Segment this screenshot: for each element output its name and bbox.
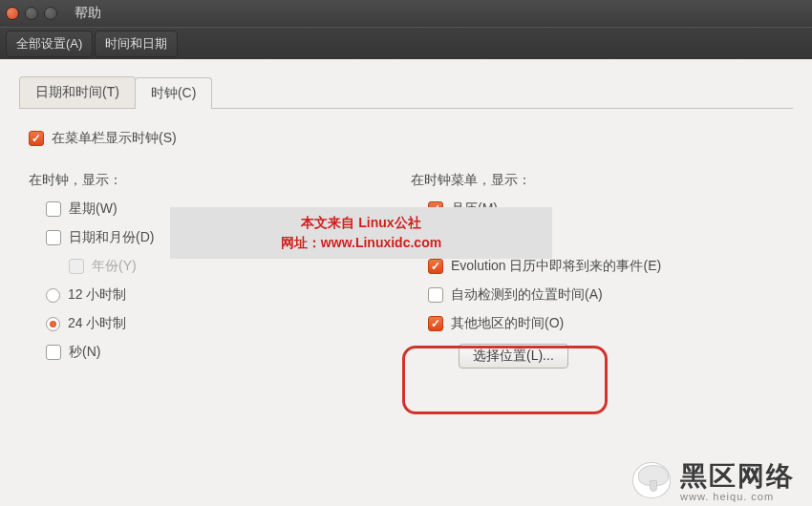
brand-name: 黑区网络 — [680, 458, 795, 495]
label-in-clock-menu-show: 在时钟菜单，显示： — [411, 172, 783, 189]
checkbox-seconds[interactable] — [46, 345, 61, 360]
watermark-line2: 网址：www.Linuxidc.com — [180, 233, 543, 253]
left-column: 在时钟，显示： 星期(W) 日期和月份(D) 年份(Y) 12 小时制 — [29, 158, 411, 380]
label-24hour: 24 小时制 — [68, 315, 126, 332]
tab-bar: 日期和时间(T) 时钟(C) — [19, 76, 793, 109]
branding: 黑区网络 www. heiqu. com — [632, 458, 795, 502]
right-column: 在时钟菜单，显示： 月历(M) 星期(D) Evolution 日历中即将到来的… — [411, 158, 783, 380]
checkbox-show-in-menubar[interactable] — [29, 131, 44, 146]
radio-12hour[interactable] — [46, 288, 60, 303]
label-in-clock-show: 在时钟，显示： — [29, 172, 411, 189]
radio-24hour[interactable] — [46, 317, 60, 331]
checkbox-other-regions[interactable] — [428, 316, 443, 331]
label-auto-location: 自动检测到的位置时间(A) — [451, 286, 603, 304]
content-area: 日期和时间(T) 时钟(C) 在菜单栏显示时钟(S) 在时钟，显示： 星期(W)… — [0, 59, 812, 506]
watermark-overlay: 本文来自 Linux公社 网址：www.Linuxidc.com — [170, 207, 552, 259]
choose-location-button[interactable]: 选择位置(L)... — [459, 344, 568, 369]
label-evolution: Evolution 日历中即将到来的事件(E) — [451, 258, 661, 275]
breadcrumb-time-date[interactable]: 时间和日期 — [95, 31, 178, 57]
label-date-month: 日期和月份(D) — [69, 229, 154, 246]
window-title: 帮助 — [75, 5, 101, 22]
all-settings-button[interactable]: 全部设置(A) — [6, 31, 93, 57]
label-seconds: 秒(N) — [69, 344, 100, 361]
close-icon[interactable] — [6, 7, 19, 20]
minimize-icon[interactable] — [25, 7, 38, 20]
checkbox-weekday[interactable] — [46, 201, 61, 217]
mushroom-icon — [632, 462, 671, 498]
checkbox-evolution[interactable] — [428, 259, 443, 274]
label-other-regions: 其他地区的时间(O) — [451, 315, 564, 332]
label-year: 年份(Y) — [92, 258, 137, 275]
label-weekday: 星期(W) — [69, 200, 118, 218]
checkbox-date-month[interactable] — [46, 230, 61, 245]
tab-clock[interactable]: 时钟(C) — [135, 77, 212, 109]
toolbar: 全部设置(A) 时间和日期 — [0, 27, 812, 59]
tab-datetime[interactable]: 日期和时间(T) — [19, 76, 136, 108]
checkbox-auto-location[interactable] — [428, 287, 443, 303]
checkbox-year — [69, 259, 84, 274]
label-show-in-menubar: 在菜单栏显示时钟(S) — [52, 130, 177, 147]
titlebar: 帮助 — [0, 0, 812, 27]
label-12hour: 12 小时制 — [68, 286, 126, 304]
maximize-icon[interactable] — [44, 7, 57, 20]
watermark-line1: 本文来自 Linux公社 — [180, 213, 543, 233]
